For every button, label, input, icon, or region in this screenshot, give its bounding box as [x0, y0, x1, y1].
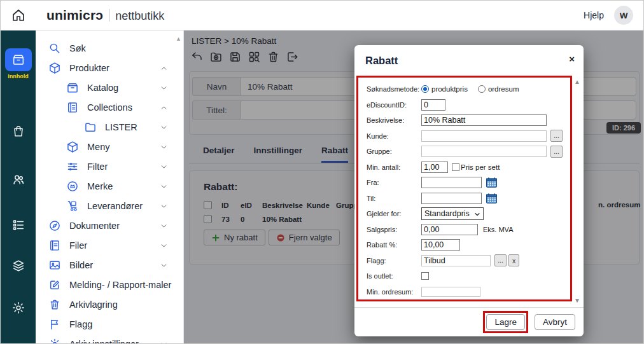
kunde-control: ... — [421, 130, 563, 142]
annotation-red-box: Søknadsmetode:produktprisordresumeDiscou… — [356, 76, 572, 301]
sidebar-item-label: Produkter — [69, 63, 109, 73]
sidebar-item-flagg[interactable]: Flagg — [36, 314, 183, 334]
is-outlet-control — [421, 272, 429, 280]
chevron-down-icon — [160, 182, 168, 190]
kunde-input[interactable] — [421, 130, 547, 142]
brand-divider — [109, 9, 109, 22]
sidebar-item-melding-rapport-maler[interactable]: Melding- / Rapport-maler — [36, 275, 183, 294]
sidebar-item-søk[interactable]: Søk — [36, 38, 183, 58]
min-antall-pris-per-sett-checkbox[interactable] — [452, 163, 459, 171]
home-button[interactable] — [1, 8, 36, 23]
soknadsmetode-radio-produktpris[interactable] — [421, 85, 429, 93]
sidebar-item-meny[interactable]: Meny — [36, 137, 183, 156]
soknadsmetode-control: produktprisordresum — [421, 85, 529, 93]
user-avatar[interactable]: W — [614, 6, 633, 25]
rail-item-innhold[interactable]: Innhold — [1, 48, 36, 79]
help-link[interactable]: Hjelp — [584, 10, 604, 20]
chevron-down-icon — [160, 162, 168, 170]
nav-scrollbar-up-icon[interactable]: ▲ — [176, 36, 181, 42]
search-icon — [48, 42, 61, 55]
pencil-square-icon — [48, 279, 61, 291]
flagg-lookup-button[interactable]: ... — [494, 254, 507, 266]
rail-item-gear[interactable] — [1, 296, 36, 319]
rail-item-users[interactable] — [1, 168, 36, 191]
sidebar-item-lister[interactable]: LISTER — [36, 117, 183, 137]
kunde-label: Kunde: — [367, 132, 421, 140]
flagg-control: ...x — [421, 254, 519, 266]
sidebar-item-label: Filer — [69, 240, 87, 251]
chevron-down-icon — [160, 142, 168, 151]
ediscountid-input[interactable] — [421, 99, 445, 111]
modal-scroll-down-icon[interactable]: ▼ — [574, 297, 580, 304]
rabatt-prosent-input[interactable] — [421, 239, 460, 251]
users-icon — [11, 172, 25, 186]
brand-secondary: nettbutikk — [115, 10, 164, 23]
modal-row-min-antall: Min. antall:Pris per sett — [367, 161, 566, 174]
sidebar-item-collections[interactable]: Collections — [36, 97, 183, 117]
flagg-input[interactable] — [421, 255, 491, 266]
modal-row-beskrivelse: Beskrivelse: — [367, 114, 566, 127]
kunde-lookup-button[interactable]: ... — [550, 130, 563, 142]
modal-row-fra: Fra: — [367, 176, 566, 189]
salgspris-label: Salgspris: — [367, 226, 421, 233]
sidebar-item-katalog[interactable]: Katalog — [36, 78, 183, 97]
gruppe-label: Gruppe: — [367, 148, 421, 155]
rail-item-list[interactable] — [1, 214, 36, 237]
app-window: unimicrɔ nettbutikk Hjelp W Innhold ▲ Sø… — [0, 0, 644, 344]
list-icon — [11, 218, 25, 232]
soknadsmetode-radio-label: produktpris — [431, 85, 468, 93]
chevron-down-icon — [160, 340, 168, 344]
sidebar-item-filter[interactable]: Filter — [36, 156, 183, 176]
sidebar-item-bilder[interactable]: Bilder — [36, 255, 183, 275]
modal-row-flagg: Flagg:...x — [367, 254, 566, 267]
fra-control — [421, 177, 497, 188]
gear-icon — [11, 301, 25, 315]
salgspris-input[interactable] — [421, 224, 478, 235]
min-ordresum-input[interactable] — [421, 287, 480, 297]
chevron-up-icon — [160, 103, 168, 111]
save-button[interactable]: Lagre — [486, 314, 525, 330]
til-label: Til: — [367, 195, 421, 202]
topbar-right: Hjelp W — [584, 6, 643, 25]
is-outlet-checkbox[interactable] — [421, 272, 429, 280]
sidebar-item-arkivlagring[interactable]: Arkivlagring — [36, 294, 183, 314]
modal-row-min-ordresum: Min. ordresum: — [367, 286, 566, 298]
calendar-icon[interactable] — [486, 177, 497, 188]
close-icon[interactable]: × — [569, 54, 575, 64]
chevron-down-icon — [160, 261, 168, 269]
min-antall-checkbox-label: Pris per sett — [461, 163, 500, 171]
til-input[interactable] — [421, 193, 482, 204]
beskrivelse-input[interactable] — [421, 114, 547, 126]
rail-item-bag[interactable] — [1, 120, 36, 142]
trash-icon — [48, 298, 61, 311]
min-antall-input[interactable] — [421, 162, 448, 173]
modal-footer: Lagre Avbryt — [354, 307, 584, 336]
sidebar-item-filer[interactable]: Filer — [36, 235, 183, 255]
calendar-icon[interactable] — [486, 193, 497, 203]
soknadsmetode-radio-label: ordresum — [488, 85, 519, 93]
sidebar-item-label: Arkiv innstillinger — [69, 339, 139, 344]
rail-item-layers[interactable] — [1, 254, 36, 277]
soknadsmetode-radio-ordresum[interactable] — [478, 85, 486, 93]
modal-row-salgspris: Salgspris:Eks. MVA — [367, 223, 566, 236]
flagg-clear-button[interactable]: x — [508, 254, 519, 266]
modal-scroll-up-icon[interactable]: ▲ — [574, 78, 580, 85]
modal-row-ediscountid: eDiscountID: — [367, 99, 566, 111]
sidebar-item-label: Melding- / Rapport-maler — [69, 280, 171, 290]
sidebar-item-dokumenter[interactable]: Dokumenter — [36, 216, 183, 235]
gruppe-input[interactable] — [421, 146, 547, 157]
sidebar-item-leverandører[interactable]: Leverandører — [36, 196, 183, 216]
sidebar-item-label: Meny — [87, 142, 109, 152]
gjelder-for-select[interactable]: Standardpris — [421, 207, 484, 220]
sidebar-item-label: Merke — [87, 181, 113, 191]
beskrivelse-label: Beskrivelse: — [367, 116, 421, 124]
chevron-down-icon — [160, 83, 168, 92]
cancel-button[interactable]: Avbryt — [535, 314, 575, 330]
rabatt-modal: Rabatt × Søknadsmetode:produktprisordres… — [354, 45, 584, 336]
modal-row-gruppe: Gruppe:... — [367, 145, 566, 158]
sidebar-item-merke[interactable]: Merke — [36, 176, 183, 196]
gruppe-lookup-button[interactable]: ... — [550, 146, 563, 158]
sidebar-item-arkiv-innstillinger[interactable]: Arkiv innstillinger — [36, 334, 183, 344]
fra-input[interactable] — [421, 177, 482, 188]
sidebar-item-produkter[interactable]: Produkter — [36, 58, 183, 78]
